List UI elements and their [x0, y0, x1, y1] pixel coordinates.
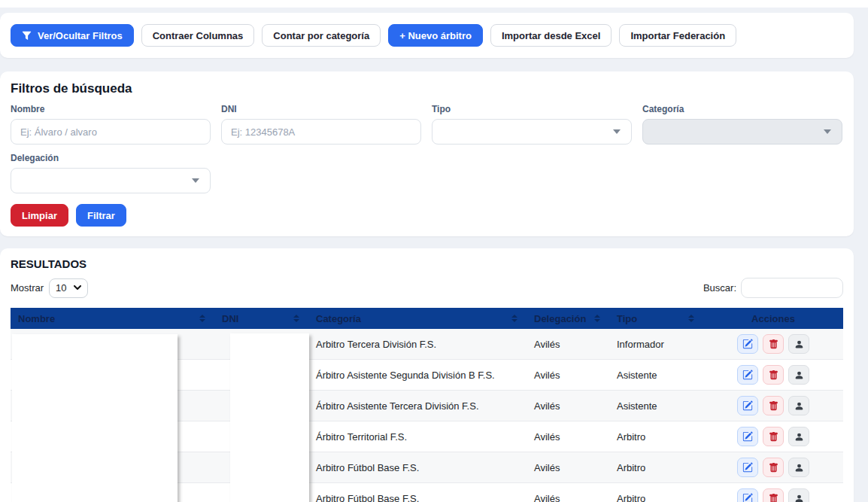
profile-button[interactable]	[788, 334, 809, 354]
chevron-down-icon	[824, 129, 831, 134]
edit-button[interactable]	[737, 458, 758, 477]
redaction-overlay-nombre	[12, 334, 178, 502]
filters-panel: Filtros de búsqueda Nombre DNI Tipo Cate…	[0, 71, 854, 236]
sort-icon	[293, 315, 299, 322]
nombre-label: Nombre	[11, 104, 211, 114]
tipo-select[interactable]	[432, 119, 632, 145]
pencil-square-icon	[742, 431, 753, 442]
chevron-down-icon	[74, 285, 81, 291]
results-table: Nombre DNI Categoría Delegación Tipo Acc…	[11, 308, 843, 502]
person-icon	[794, 463, 804, 473]
cell-categoria: Arbitro Fútbol Base F.S.	[308, 493, 527, 502]
dni-input[interactable]	[221, 119, 421, 145]
page-size-value: 10	[56, 282, 66, 294]
sort-icon	[594, 315, 600, 322]
delete-button[interactable]	[763, 488, 784, 502]
redaction-overlay-dni	[230, 333, 309, 502]
cell-delegacion: Avilés	[527, 339, 609, 350]
trash-icon	[769, 463, 778, 473]
results-title: RESULTADOS	[11, 257, 843, 270]
edit-button[interactable]	[737, 334, 758, 354]
cell-tipo: Arbitro	[609, 431, 703, 443]
profile-button[interactable]	[788, 365, 809, 385]
funnel-icon	[22, 31, 32, 41]
cell-categoria: Arbitro Fútbol Base F.S.	[308, 462, 527, 473]
pencil-square-icon	[742, 370, 753, 380]
profile-button[interactable]	[788, 427, 809, 446]
categoria-select	[642, 119, 842, 145]
delegacion-label: Delegación	[11, 153, 211, 163]
table-search-input[interactable]	[741, 278, 843, 298]
cell-categoria: Árbitro Territorial F.S.	[308, 431, 527, 443]
edit-button[interactable]	[737, 396, 758, 415]
trash-icon	[769, 494, 778, 502]
toggle-filters-button[interactable]: Ver/Ocultar Filtros	[11, 24, 134, 47]
column-header-tipo[interactable]: Tipo	[609, 308, 703, 329]
table-header-row: Nombre DNI Categoría Delegación Tipo Acc…	[11, 308, 843, 329]
cell-tipo: Arbitro	[609, 493, 703, 502]
apply-filters-button[interactable]: Filtrar	[76, 204, 126, 227]
sort-icon	[688, 315, 694, 322]
toolbar: Ver/Ocultar Filtros Contraer Columnas Co…	[0, 13, 854, 58]
cell-delegacion: Avilés	[527, 493, 609, 502]
nombre-input[interactable]	[11, 119, 211, 145]
tipo-label: Tipo	[432, 104, 632, 114]
column-header-delegacion[interactable]: Delegación	[527, 308, 609, 329]
toggle-filters-label: Ver/Ocultar Filtros	[38, 30, 123, 41]
edit-button[interactable]	[737, 427, 758, 446]
clear-filters-button[interactable]: Limpiar	[11, 204, 68, 227]
profile-button[interactable]	[788, 488, 809, 502]
search-label: Buscar:	[703, 282, 736, 294]
delete-button[interactable]	[763, 396, 784, 415]
new-referee-button[interactable]: + Nuevo árbitro	[388, 24, 483, 47]
sort-icon	[199, 315, 205, 322]
cell-tipo: Asistente	[609, 400, 703, 412]
person-icon	[794, 339, 804, 349]
column-header-categoria[interactable]: Categoría	[308, 308, 527, 329]
trash-icon	[769, 432, 778, 442]
delete-button[interactable]	[763, 334, 784, 354]
person-icon	[794, 401, 804, 411]
cell-categoria: Árbitro Asistente Tercera División F.S.	[308, 400, 527, 412]
import-excel-button[interactable]: Importar desde Excel	[490, 24, 612, 47]
cell-categoria: Arbitro Tercera División F.S.	[308, 339, 527, 350]
top-strip	[0, 0, 868, 8]
delete-button[interactable]	[763, 427, 784, 446]
dni-label: DNI	[221, 104, 421, 114]
person-icon	[794, 432, 804, 442]
pencil-square-icon	[742, 400, 753, 411]
profile-button[interactable]	[788, 396, 809, 415]
cell-delegacion: Avilés	[527, 400, 609, 412]
delete-button[interactable]	[763, 458, 784, 477]
sort-icon	[511, 315, 517, 322]
pencil-square-icon	[742, 462, 753, 473]
edit-button[interactable]	[737, 365, 758, 385]
pencil-square-icon	[742, 493, 753, 502]
cell-delegacion: Avilés	[527, 370, 609, 381]
trash-icon	[769, 339, 778, 349]
collapse-columns-button[interactable]: Contraer Columnas	[141, 24, 255, 47]
count-by-category-button[interactable]: Contar por categoría	[262, 24, 381, 47]
edit-button[interactable]	[737, 488, 758, 502]
cell-delegacion: Avilés	[527, 431, 609, 443]
column-header-acciones: Acciones	[703, 308, 843, 329]
cell-categoria: Árbitro Asistente Segunda División B F.S…	[308, 370, 527, 381]
pencil-square-icon	[742, 339, 753, 349]
page-size-select[interactable]: 10	[49, 278, 88, 298]
profile-button[interactable]	[788, 458, 809, 477]
trash-icon	[769, 401, 778, 411]
chevron-down-icon	[192, 178, 199, 183]
trash-icon	[769, 370, 778, 380]
delegacion-select[interactable]	[11, 168, 211, 193]
import-federation-button[interactable]: Importar Federación	[619, 24, 736, 47]
column-header-nombre[interactable]: Nombre	[11, 308, 214, 329]
categoria-label: Categoría	[642, 104, 842, 114]
cell-tipo: Informador	[609, 339, 703, 350]
person-icon	[794, 494, 804, 502]
cell-tipo: Asistente	[609, 370, 703, 381]
person-icon	[794, 370, 804, 380]
cell-delegacion: Avilés	[527, 462, 609, 473]
show-label: Mostrar	[11, 282, 44, 294]
delete-button[interactable]	[763, 365, 784, 385]
column-header-dni[interactable]: DNI	[214, 308, 308, 329]
